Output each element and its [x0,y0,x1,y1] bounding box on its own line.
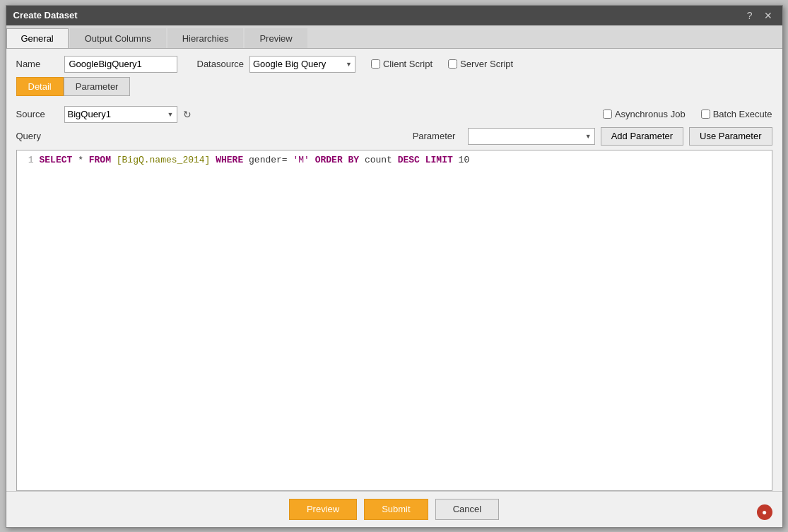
sql-string-value: 'M' [293,155,309,165]
sql-order: ORDER BY [315,155,359,165]
add-parameter-button[interactable]: Add Parameter [601,127,683,146]
name-input[interactable] [64,56,177,73]
parameter-select[interactable] [468,128,595,145]
async-job-label: Asynchronus Job [615,109,686,119]
client-script-checkbox[interactable] [371,59,380,69]
source-select-wrapper: BigQuery1 [64,106,177,123]
parameter-select-wrapper [468,128,595,145]
help-title-button[interactable]: ? [744,10,755,21]
sql-limit: LIMIT [425,155,453,165]
create-dataset-dialog: Create Dataset ? ✕ General Output Column… [6,5,783,528]
batch-execute-label: Batch Execute [713,109,772,119]
batch-execute-checkbox[interactable] [701,110,710,119]
cancel-button[interactable]: Cancel [435,499,499,520]
dialog-title: Create Dataset [13,10,78,20]
query-editor[interactable]: 1 SELECT * FROM [BigQ.names_2014] WHERE … [16,150,772,491]
datasource-select-wrapper: Google Big Query MySQL PostgreSQL [249,56,355,73]
query-content: SELECT * FROM [BigQ.names_2014] WHERE ge… [40,155,470,165]
title-bar-actions: ? ✕ [744,10,775,21]
query-label: Query [16,131,48,141]
top-tabs: General Output Columns Hierarchies Previ… [6,25,782,49]
client-script-group: Client Script [371,59,433,69]
help-icon: ● [762,507,767,517]
sub-tabs: Detail Parameter [16,77,772,96]
help-icon-corner[interactable]: ● [757,504,772,520]
sql-select: SELECT [40,155,73,165]
dialog-content: Name Datasource Google Big Query MySQL P… [6,49,782,491]
server-script-label: Server Script [460,59,513,69]
name-datasource-row: Name Datasource Google Big Query MySQL P… [16,56,772,73]
title-bar: Create Dataset ? ✕ [6,6,782,25]
sql-where: WHERE [216,155,243,165]
submit-button[interactable]: Submit [364,499,428,520]
source-async-row: Source BigQuery1 ↻ Asynchronus Job Batch… [16,106,772,123]
source-label: Source [16,109,59,119]
datasource-select[interactable]: Google Big Query MySQL PostgreSQL [249,56,355,73]
line-number-1: 1 [23,155,34,165]
sub-tab-detail[interactable]: Detail [16,77,64,96]
refresh-button[interactable]: ↻ [183,109,192,120]
server-script-group: Server Script [448,59,513,69]
tab-preview[interactable]: Preview [245,28,307,48]
tab-hierarchies[interactable]: Hierarchies [167,28,244,48]
sub-tab-parameter[interactable]: Parameter [64,77,131,96]
use-parameter-button[interactable]: Use Parameter [689,127,772,146]
tab-general[interactable]: General [6,28,69,48]
query-param-row: Query Parameter Add Parameter Use Parame… [16,127,772,146]
async-job-checkbox[interactable] [603,110,612,119]
name-label: Name [16,59,59,69]
sql-from: FROM [89,155,111,165]
tab-output-columns[interactable]: Output Columns [70,28,166,48]
close-title-button[interactable]: ✕ [761,10,775,21]
datasource-label: Datasource [197,59,244,69]
source-select[interactable]: BigQuery1 [64,106,177,123]
footer: Preview Submit Cancel ● [6,491,782,527]
sql-table: [BigQ.names_2014] [117,155,211,165]
batch-execute-group: Batch Execute [701,109,772,119]
async-job-group: Asynchronus Job [603,109,686,119]
client-script-label: Client Script [383,59,433,69]
query-line-1: 1 SELECT * FROM [BigQ.names_2014] WHERE … [23,155,766,165]
server-script-checkbox[interactable] [448,59,457,69]
sql-desc: DESC [398,155,420,165]
preview-button[interactable]: Preview [289,499,357,520]
parameter-label: Parameter [413,131,462,141]
